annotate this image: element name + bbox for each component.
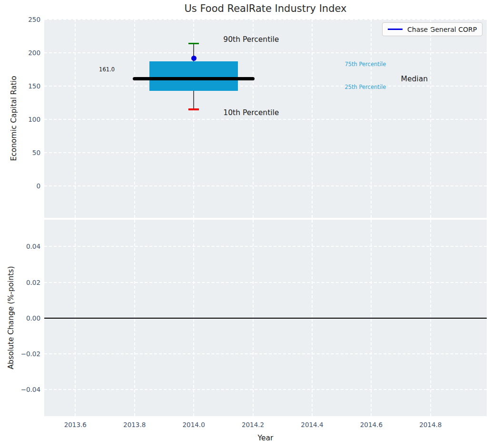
label-75th-percentile: 75th Percentile xyxy=(344,61,386,68)
label-10th-percentile: 10th Percentile xyxy=(223,108,279,117)
x-tick-label: 2014.8 xyxy=(419,421,442,429)
gridline-vertical xyxy=(371,19,372,218)
figure: Us Food RealRate Industry Index Economic… xyxy=(0,0,492,448)
top-axes xyxy=(44,19,487,218)
y-tick-label: 250 xyxy=(28,16,40,23)
x-tick-label: 2014.6 xyxy=(360,421,383,429)
gridline-horizontal xyxy=(44,282,487,283)
label-median: Median xyxy=(401,75,428,83)
gridline-horizontal xyxy=(44,52,487,53)
x-axis-label: Year xyxy=(258,434,274,442)
y-tick-label: −0.02 xyxy=(21,350,40,358)
y-tick-label: 0.02 xyxy=(26,279,40,286)
legend-label: Chase General CORP xyxy=(407,26,477,33)
gridline-horizontal xyxy=(44,246,487,247)
legend-line-sample-icon xyxy=(388,29,403,30)
y-tick-label: 50 xyxy=(32,149,40,156)
gridline-vertical xyxy=(253,19,254,218)
y-tick-label: 0 xyxy=(36,182,40,190)
x-tick-label: 2013.6 xyxy=(64,421,87,429)
top-y-axis-label: Economic Capital Ratio xyxy=(10,76,18,161)
label-25th-percentile: 25th Percentile xyxy=(344,84,386,90)
gridline-horizontal xyxy=(44,389,487,390)
gridline-horizontal xyxy=(44,185,487,186)
gridline-vertical xyxy=(430,19,431,218)
gridline-vertical xyxy=(75,19,76,218)
x-tick-label: 2014.4 xyxy=(301,421,323,429)
y-tick-label: 200 xyxy=(28,49,40,57)
cap-90th-percentile xyxy=(188,43,199,45)
y-tick-label: −0.04 xyxy=(21,386,40,393)
gridline-horizontal xyxy=(44,19,487,20)
chart-title: Us Food RealRate Industry Index xyxy=(44,3,487,14)
gridline-vertical xyxy=(312,19,313,218)
gridline-vertical xyxy=(134,19,135,218)
zero-change-line xyxy=(44,318,487,319)
gridline-horizontal xyxy=(44,119,487,120)
company-value-dot xyxy=(191,56,197,61)
gridline-horizontal xyxy=(44,86,487,87)
y-tick-label: 0.04 xyxy=(26,243,40,250)
median-line xyxy=(133,77,255,80)
y-tick-label: 150 xyxy=(28,82,40,90)
bottom-y-axis-label: Absolute Change (%-points) xyxy=(7,266,15,370)
iqr-box xyxy=(149,61,238,91)
label-median-value: 161.0 xyxy=(99,66,115,73)
y-tick-label: 0.00 xyxy=(26,314,40,322)
cap-10th-percentile xyxy=(188,108,199,110)
gridline-horizontal xyxy=(44,152,487,153)
label-90th-percentile: 90th Percentile xyxy=(223,35,279,44)
x-tick-label: 2013.8 xyxy=(123,421,146,429)
x-tick-label: 2014.0 xyxy=(183,421,205,429)
x-tick-label: 2014.2 xyxy=(242,421,264,429)
gridline-horizontal xyxy=(44,353,487,354)
y-tick-label: 100 xyxy=(28,116,40,123)
legend: Chase General CORP xyxy=(382,22,482,36)
